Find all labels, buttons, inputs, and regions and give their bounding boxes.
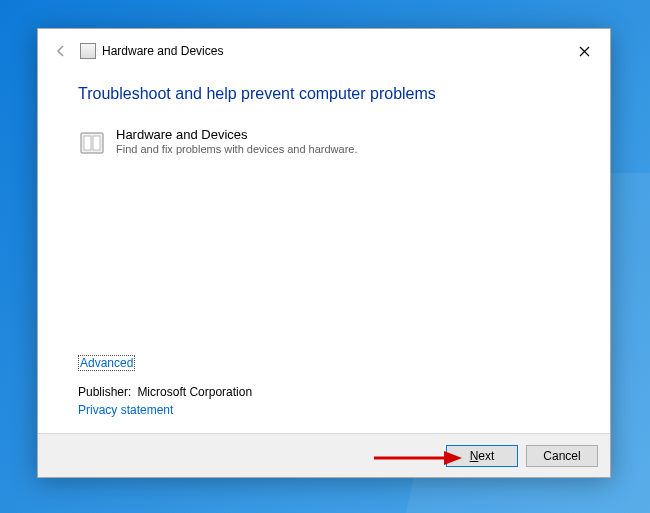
hardware-devices-icon bbox=[78, 129, 106, 157]
advanced-link[interactable]: Advanced bbox=[78, 355, 135, 371]
titlebar: Hardware and Devices bbox=[38, 29, 610, 73]
troubleshooter-item: Hardware and Devices Find and fix proble… bbox=[78, 127, 570, 157]
privacy-statement-link[interactable]: Privacy statement bbox=[78, 403, 173, 417]
troubleshooter-name: Hardware and Devices bbox=[116, 127, 358, 142]
page-heading: Troubleshoot and help prevent computer p… bbox=[78, 85, 570, 103]
troubleshooter-icon bbox=[80, 43, 96, 59]
publisher-label: Publisher: bbox=[78, 385, 131, 399]
svg-rect-1 bbox=[84, 136, 91, 150]
dialog-footer: Next Cancel bbox=[38, 433, 610, 477]
content-area: Troubleshoot and help prevent computer p… bbox=[38, 73, 610, 433]
next-button[interactable]: Next bbox=[446, 445, 518, 467]
publisher-line: Publisher:Microsoft Corporation bbox=[78, 385, 570, 399]
window-title: Hardware and Devices bbox=[102, 44, 223, 58]
cancel-button[interactable]: Cancel bbox=[526, 445, 598, 467]
troubleshooter-dialog: Hardware and Devices Troubleshoot and he… bbox=[37, 28, 611, 478]
next-rest: ext bbox=[478, 449, 494, 463]
svg-rect-2 bbox=[93, 136, 100, 150]
publisher-value: Microsoft Corporation bbox=[137, 385, 252, 399]
troubleshooter-text: Hardware and Devices Find and fix proble… bbox=[116, 127, 358, 155]
back-icon bbox=[52, 42, 70, 60]
close-icon bbox=[579, 46, 590, 57]
close-button[interactable] bbox=[564, 37, 604, 65]
troubleshooter-description: Find and fix problems with devices and h… bbox=[116, 143, 358, 155]
